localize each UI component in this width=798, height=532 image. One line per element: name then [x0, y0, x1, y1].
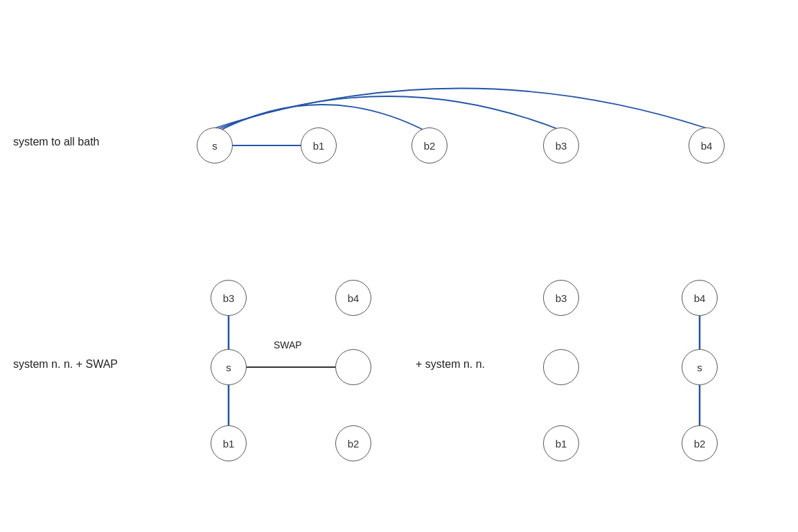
node-b4-br: b4 [682, 280, 718, 316]
node-b1-bl: b1 [211, 425, 247, 461]
node-b3-br: b3 [543, 280, 579, 316]
node-empty-bl [335, 349, 371, 385]
node-b2-top: b2 [411, 127, 447, 163]
diagram-svg [0, 0, 798, 532]
node-b4-top: b4 [689, 127, 725, 163]
arc-s-b4 [215, 89, 707, 129]
node-b4-bl: b4 [335, 280, 371, 316]
node-b3-bl: b3 [211, 280, 247, 316]
top-diagram-label: system to all bath [13, 136, 100, 148]
node-s-top: s [197, 127, 233, 163]
arc-s-b3 [215, 96, 561, 130]
node-b1-br: b1 [543, 425, 579, 461]
node-s-br: s [682, 349, 718, 385]
node-b2-br: b2 [682, 425, 718, 461]
node-b2-bl: b2 [335, 425, 371, 461]
node-s-bl: s [211, 349, 247, 385]
node-b1-top: b1 [301, 127, 337, 163]
node-empty-br [543, 349, 579, 385]
diagram-container: system to all bath s b1 b2 b3 b4 system … [0, 0, 798, 532]
node-b3-top: b3 [543, 127, 579, 163]
swap-label: SWAP [274, 339, 302, 351]
bottom-diagram-label: system n. n. + SWAP [13, 358, 118, 371]
plus-system-label: + system n. n. [416, 358, 485, 371]
